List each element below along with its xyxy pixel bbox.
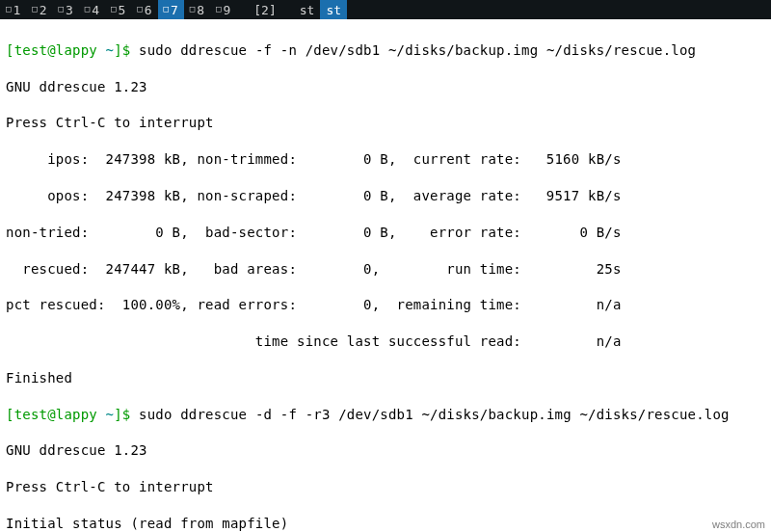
workspace-tab-7[interactable]: □7 [158,0,184,19]
workspace-tabbar: □1 □2 □3 □4 □5 □6 □7 □8 □9 [2] st st [0,0,771,19]
watermark: wsxdn.com [712,519,765,530]
output-line: Press Ctrl-C to interrupt [6,114,765,132]
prompt-line-2: [test@lappy ~]$ sudo ddrescue -d -f -r3 … [6,406,765,424]
output-line: pct rescued: 100.00%, read errors: 0, re… [6,296,765,314]
output-line: Press Ctrl-C to interrupt [6,478,765,496]
workspace-tab-4[interactable]: □4 [79,0,105,19]
window-count: [2] [248,0,281,19]
workspace-tab-2[interactable]: □2 [26,0,52,19]
workspace-tab-8[interactable]: □8 [184,0,210,19]
command-text: sudo ddrescue -f -n /dev/sdb1 ~/disks/ba… [139,42,696,58]
output-line: Initial status (read from mapfile) [6,515,765,532]
output-line: time since last successful read: n/a [6,332,765,351]
workspace-tab-1[interactable]: □1 [0,0,26,19]
window-tab-st-2[interactable]: st [320,0,347,19]
prompt-path: ~ [106,407,115,422]
workspace-tab-9[interactable]: □9 [210,0,236,19]
workspace-tab-6[interactable]: □6 [131,0,157,19]
output-line: opos: 247398 kB, non-scraped: 0 B, avera… [6,187,765,205]
prompt-line-1: [test@lappy ~]$ sudo ddrescue -f -n /dev… [6,41,765,60]
window-tab-st-1[interactable]: st [294,0,321,19]
prompt-user: [test@lappy [6,42,106,58]
output-line: rescued: 247447 kB, bad areas: 0, run ti… [6,260,765,279]
prompt-path: ~ [106,42,115,58]
workspace-tab-3[interactable]: □3 [53,0,79,19]
prompt-user: [test@lappy [6,407,106,422]
output-line: ipos: 247398 kB, non-trimmed: 0 B, curre… [6,150,765,169]
output-line: GNU ddrescue 1.23 [6,441,765,460]
workspace-tab-5[interactable]: □5 [105,0,131,19]
terminal-output[interactable]: [test@lappy ~]$ sudo ddrescue -f -n /dev… [0,19,771,532]
command-text: sudo ddrescue -d -f -r3 /dev/sdb1 ~/disk… [139,407,730,422]
output-line: non-tried: 0 B, bad-sector: 0 B, error r… [6,224,765,242]
output-line: Finished [6,369,765,387]
output-line: GNU ddrescue 1.23 [6,78,765,96]
